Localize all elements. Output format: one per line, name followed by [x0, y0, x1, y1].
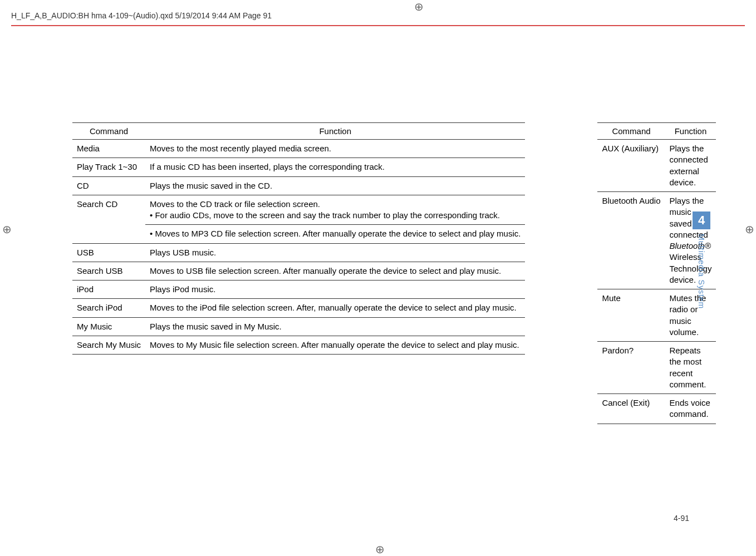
section-number-badge: 4	[693, 211, 710, 229]
func-cell: Ends voice command.	[665, 394, 716, 424]
table-row: Search My Music Moves to My Music file s…	[72, 336, 525, 354]
func-cell: Moves to My Music file selection screen.…	[145, 336, 525, 354]
cmd-cell: Search CD	[72, 195, 145, 243]
cmd-cell: AUX (Auxiliary)	[597, 140, 665, 192]
func-cell: Plays the music saved in My Music.	[145, 317, 525, 336]
registration-mark-top	[412, 0, 425, 13]
col-command: Command	[597, 123, 665, 140]
registration-mark-bottom	[373, 543, 386, 556]
registration-mark-left	[0, 223, 13, 236]
cmd-cell: Mute	[597, 289, 665, 342]
col-function: Function	[665, 123, 716, 140]
cmd-cell: Search iPod	[72, 299, 145, 317]
page-number: 4-91	[674, 514, 689, 523]
table-row: Play Track 1~30 If a music CD has been i…	[72, 158, 525, 176]
table-row: My Music Plays the music saved in My Mus…	[72, 317, 525, 336]
func-cell: Moves to USB file selection screen. Afte…	[145, 262, 525, 280]
table-row: Cancel (Exit) Ends voice command.	[597, 394, 716, 424]
cmd-cell: Pardon?	[597, 342, 665, 394]
func-cell: Plays the music saved in the CD.	[145, 176, 525, 195]
cmd-cell: iPod	[72, 281, 145, 299]
left-column: Command Function Media Moves to the most…	[72, 122, 525, 424]
func-cell: Moves to the iPod file selection screen.…	[145, 299, 525, 317]
col-command: Command	[72, 123, 145, 140]
bullet-text: • Moves to MP3 CD file selection screen.…	[150, 228, 521, 239]
cmd-cell: Search My Music	[72, 336, 145, 354]
table-row: Search iPod Moves to the iPod file selec…	[72, 299, 525, 317]
header-divider	[11, 25, 745, 26]
cmd-cell: Media	[72, 140, 145, 158]
cmd-cell: Cancel (Exit)	[597, 394, 665, 424]
registration-mark-right	[743, 223, 756, 236]
func-cell: If a music CD has been inserted, plays t…	[145, 158, 525, 176]
table-row: Search USB Moves to USB file selection s…	[72, 262, 525, 280]
func-cell: • Moves to MP3 CD file selection screen.…	[145, 225, 525, 243]
header-file-path: H_LF_A,B_AUDIO:BH hma 4-109~(Audio).qxd …	[11, 11, 272, 20]
cmd-cell: USB	[72, 243, 145, 262]
table-header-row: Command Function	[72, 123, 525, 140]
func-cell: Repeats the most recent comment.	[665, 342, 716, 394]
cmd-cell: Bluetooth Audio	[597, 192, 665, 289]
func-cell: Plays the connected external device.	[665, 140, 716, 192]
func-cell: Plays USB music.	[145, 243, 525, 262]
table-row: AUX (Auxiliary) Plays the connected exte…	[597, 140, 716, 192]
func-cell: Moves to the most recently played media …	[145, 140, 525, 158]
bullet-text: • For audio CDs, move to the screen and …	[150, 210, 521, 221]
cmd-cell: CD	[72, 176, 145, 195]
table-row: Media Moves to the most recently played …	[72, 140, 525, 158]
page-content: Command Function Media Moves to the most…	[72, 122, 711, 424]
table-row: iPod Plays iPod music.	[72, 281, 525, 299]
table-row: CD Plays the music saved in the CD.	[72, 176, 525, 195]
cmd-cell: My Music	[72, 317, 145, 336]
func-cell: Plays iPod music.	[145, 281, 525, 299]
commands-table-left: Command Function Media Moves to the most…	[72, 122, 525, 355]
func-cell: Moves to the CD track or file selection …	[145, 195, 525, 225]
section-label: Multimedia System	[697, 234, 706, 309]
table-row: Pardon? Repeats the most recent comment.	[597, 342, 716, 394]
cmd-cell: Search USB	[72, 262, 145, 280]
section-side-tab: 4 Multimedia System	[693, 211, 710, 309]
table-header-row: Command Function	[597, 123, 716, 140]
table-row: USB Plays USB music.	[72, 243, 525, 262]
table-row: Search CD Moves to the CD track or file …	[72, 195, 525, 225]
cmd-cell: Play Track 1~30	[72, 158, 145, 176]
col-function: Function	[145, 123, 525, 140]
func-text: Moves to the CD track or file selection …	[150, 199, 320, 209]
